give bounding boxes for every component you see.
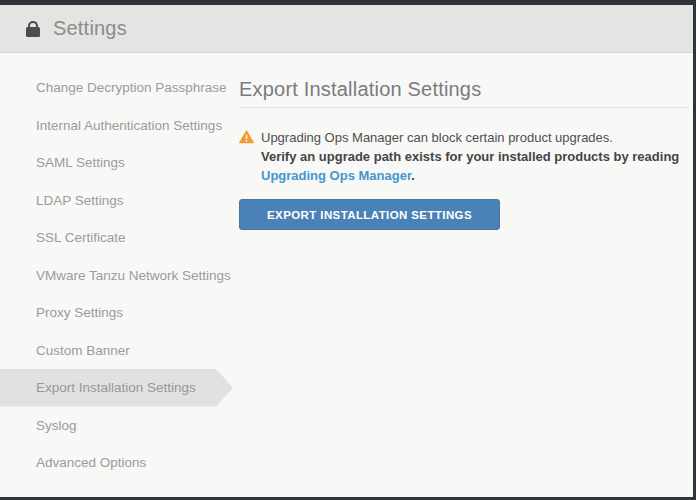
upgrading-ops-manager-link[interactable]: Upgrading Ops Manager	[261, 168, 411, 183]
warning-line-2-text: Verify an upgrade path exists for your i…	[261, 149, 679, 164]
warning-banner: Upgrading Ops Manager can block certain …	[239, 128, 689, 185]
sidebar-item-saml-settings[interactable]: SAML Settings	[0, 144, 233, 182]
sidebar-item-export-installation-settings[interactable]: Export Installation Settings	[0, 369, 233, 407]
sidebar-item-change-decryption-passphrase[interactable]: Change Decryption Passphrase	[0, 69, 233, 107]
lock-icon	[26, 21, 40, 37]
warning-line-2: Verify an upgrade path exists for your i…	[261, 147, 689, 185]
export-installation-settings-button[interactable]: EXPORT INSTALLATION SETTINGS	[239, 199, 500, 230]
header: Settings	[0, 5, 693, 53]
sidebar-item-advanced-options[interactable]: Advanced Options	[0, 444, 233, 482]
settings-page: Settings Change Decryption Passphrase In…	[0, 0, 696, 500]
settings-sidebar: Change Decryption Passphrase Internal Au…	[0, 53, 238, 482]
warning-text: Upgrading Ops Manager can block certain …	[261, 128, 689, 185]
section-title: Export Installation Settings	[239, 79, 689, 108]
sidebar-item-vmware-tanzu-network-settings[interactable]: VMware Tanzu Network Settings	[0, 257, 233, 295]
lock-body	[26, 27, 40, 37]
warning-line-2-period: .	[411, 168, 415, 183]
window-frame-top	[0, 0, 696, 5]
sidebar-item-internal-authentication-settings[interactable]: Internal Authentication Settings	[0, 107, 233, 145]
sidebar-item-ssl-certificate[interactable]: SSL Certificate	[0, 219, 233, 257]
sidebar-item-custom-banner[interactable]: Custom Banner	[0, 332, 233, 370]
warning-triangle-icon	[239, 130, 254, 185]
warning-line-1: Upgrading Ops Manager can block certain …	[261, 128, 689, 147]
sidebar-item-ldap-settings[interactable]: LDAP Settings	[0, 182, 233, 220]
sidebar-item-syslog[interactable]: Syslog	[0, 407, 233, 445]
main-content: Export Installation Settings Upgrading O…	[239, 53, 693, 230]
page-title: Settings	[53, 17, 127, 40]
sidebar-item-proxy-settings[interactable]: Proxy Settings	[0, 294, 233, 332]
